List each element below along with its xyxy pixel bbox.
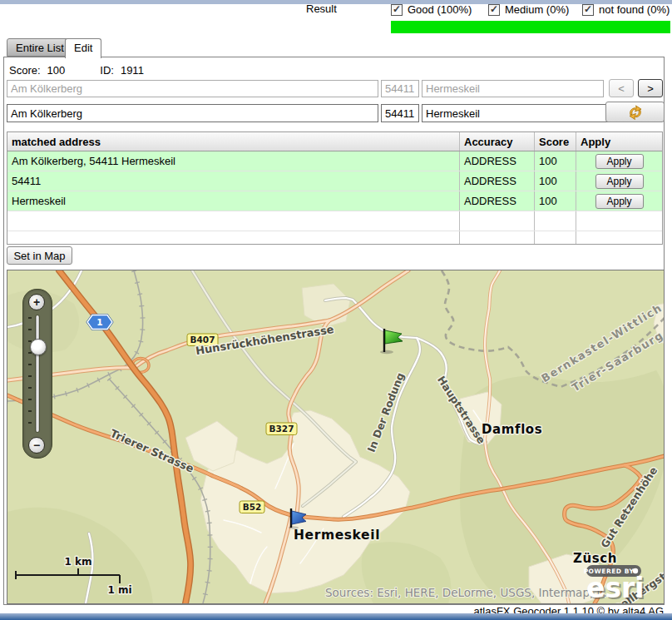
original-city-field[interactable]: [422, 80, 604, 97]
route-badge-b327: B327: [266, 423, 297, 435]
original-street-field[interactable]: [7, 80, 378, 97]
edit-panel: Score:100ID:1911 < > matched address Acc…: [3, 57, 665, 605]
table-row[interactable]: Hermeskeil ADDRESS 100 Apply: [7, 191, 662, 211]
svg-text:B327: B327: [269, 424, 294, 434]
filter-good-label: Good (100%): [408, 3, 472, 16]
tab-edit[interactable]: Edit: [65, 38, 101, 58]
svg-text:B52: B52: [243, 502, 262, 512]
col-accuracy: Accuracy: [460, 132, 535, 151]
accuracy-cell: ADDRESS: [460, 151, 535, 171]
swap-refresh-icon: [625, 104, 645, 121]
score-label: Score:: [9, 64, 41, 77]
record-info: Score:100ID:1911: [9, 64, 144, 77]
map-canvas[interactable]: 1 B407 B327 B52 Hunsrückhöhenstrasse Tri…: [7, 270, 664, 603]
accuracy-cell: ADDRESS: [460, 191, 535, 211]
apply-button[interactable]: Apply: [595, 174, 644, 189]
result-label: Result: [306, 2, 337, 15]
matched-address-cell: 54411: [7, 171, 460, 191]
checkbox-not-found[interactable]: ✓: [582, 4, 594, 16]
score-cell: 100: [535, 191, 576, 211]
scale-mi-label: 1 mi: [107, 584, 131, 596]
col-score: Score: [535, 132, 576, 151]
route-badge-b52: B52: [240, 501, 264, 513]
tab-entire-list[interactable]: Entire List: [7, 38, 73, 57]
esri-brand-text: esri: [586, 572, 645, 603]
bottom-accent-bar: [0, 613, 672, 620]
checkbox-medium[interactable]: ✓: [488, 4, 500, 16]
original-zip-field[interactable]: [381, 80, 419, 97]
result-progress-bar: [391, 21, 670, 33]
accuracy-cell: ADDRESS: [460, 171, 535, 191]
apply-button[interactable]: Apply: [595, 154, 644, 169]
check-icon: ✓: [393, 5, 401, 13]
set-in-map-button[interactable]: Set in Map: [7, 246, 72, 265]
scale-km-label: 1 km: [64, 556, 91, 568]
map-zoom-slider[interactable]: + −: [22, 289, 52, 459]
filter-good[interactable]: ✓ Good (100%): [391, 3, 472, 16]
empty-table-row: [7, 231, 662, 244]
filter-not-found-label: not found (0%): [599, 3, 670, 16]
matched-address-cell: Am Kölkerberg, 54411 Hermeskeil: [7, 151, 460, 171]
checkbox-good[interactable]: ✓: [391, 4, 403, 16]
svg-text:1: 1: [96, 317, 102, 327]
col-matched-address: matched address: [7, 132, 460, 151]
zoom-tick-marks: [28, 317, 32, 432]
filter-medium-label: Medium (0%): [505, 3, 569, 16]
zoom-in-button[interactable]: +: [28, 294, 45, 310]
route-badge-a1: 1: [87, 315, 112, 330]
table-row[interactable]: Am Kölkerberg, 54411 Hermeskeil ADDRESS …: [7, 151, 662, 171]
score-value: 100: [47, 64, 66, 77]
filter-not-found[interactable]: ✓ not found (0%): [582, 3, 670, 16]
apply-button[interactable]: Apply: [595, 194, 644, 209]
empty-table-row: [7, 211, 662, 231]
map-attribution: Sources: Esri, HERE, DeLorme, USGS, Inte…: [325, 586, 610, 599]
filter-medium[interactable]: ✓ Medium (0%): [488, 3, 569, 16]
zoom-out-button[interactable]: −: [28, 437, 45, 454]
edit-city-input[interactable]: [422, 104, 608, 122]
map-container[interactable]: 1 B407 B327 B52 Hunsrückhöhenstrasse Tri…: [7, 270, 665, 604]
zoom-slider-handle[interactable]: [30, 339, 47, 355]
col-apply: Apply: [576, 132, 662, 151]
id-label: ID:: [100, 64, 114, 77]
geocode-refresh-button[interactable]: [605, 102, 665, 122]
matched-address-cell: Hermeskeil: [7, 191, 460, 211]
esri-logo: ​ POWERED BY esri esri: [584, 565, 646, 603]
check-icon: ✓: [490, 5, 498, 13]
table-header-row: matched address Accuracy Score Apply: [7, 132, 662, 151]
town-label-hermeskeil: Hermeskeil: [294, 528, 380, 543]
edit-zip-input[interactable]: [381, 104, 419, 122]
score-cell: 100: [535, 171, 576, 191]
score-cell: 100: [535, 151, 576, 171]
town-label-damflos: Damflos: [482, 422, 542, 437]
matched-address-table: matched address Accuracy Score Apply Am …: [7, 131, 663, 245]
next-record-button[interactable]: >: [638, 79, 663, 97]
check-icon: ✓: [584, 5, 592, 13]
edit-street-input[interactable]: [7, 104, 378, 122]
previous-record-button[interactable]: <: [609, 79, 634, 97]
table-row[interactable]: 54411 ADDRESS 100 Apply: [7, 171, 662, 191]
id-value: 1911: [121, 64, 144, 77]
zoom-slider-track[interactable]: [35, 315, 40, 433]
town-label-zuesch: Züsch: [573, 551, 617, 566]
